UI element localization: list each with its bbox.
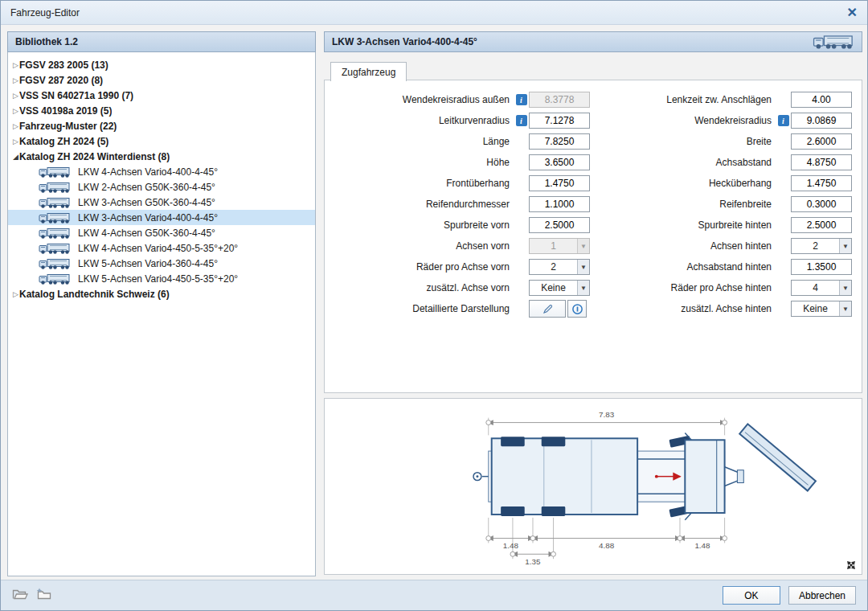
tree-item-katalog-zh-2024[interactable]: ▷ Katalog ZH 2024 (5) (8, 133, 315, 149)
tree-item-label: LKW 3-Achsen G50K-360-4-45° (78, 197, 215, 208)
zusaetzl-achse-hinten-select[interactable]: Keine ▼ (791, 301, 852, 317)
zusaetzl-achse-vorn-select[interactable]: Keine ▼ (529, 280, 590, 296)
title-bar[interactable]: Fahrzeug-Editor ✕ (1, 1, 867, 25)
reifenbreite-input[interactable] (791, 196, 852, 212)
tree-item-label: LKW 4-Achsen Vario4-400-4-45° (78, 166, 218, 178)
achsen-hinten-select[interactable]: 2 ▼ (791, 238, 852, 254)
chevron-down-icon[interactable]: ▼ (577, 260, 589, 274)
chevron-right-icon[interactable]: ▷ (8, 92, 19, 100)
chevron-down-icon[interactable]: ▼ (839, 239, 851, 253)
tree-item-label: LKW 4-Achsen G50K-360-4-45° (78, 228, 215, 239)
tree-item-katalog-landtechnik[interactable]: ▷ Katalog Landtechnik Schweiz (6) (8, 286, 315, 301)
tree-item-fgsv-287[interactable]: ▷ FGSV 287 2020 (8) (8, 72, 315, 88)
edit-detail-button[interactable] (529, 300, 566, 318)
tree-item-vehicle[interactable]: LKW 5-Achsen Vario4-450-5-35°+20° (8, 271, 315, 286)
field-achsabstand-hinten: Achsabstand hinten (590, 259, 852, 275)
select-value: Keine (530, 281, 577, 295)
detail-info-button[interactable] (567, 300, 587, 318)
chevron-down-icon[interactable]: ▼ (839, 281, 851, 295)
tree-item-label: LKW 3-Achsen Vario4-400-4-45° (78, 212, 218, 223)
leitkurvenradius-input[interactable] (529, 113, 590, 129)
truck-icon (39, 182, 71, 193)
close-icon[interactable]: ✕ (847, 6, 858, 19)
field-reifendurchmesser: Reifendurchmesser (328, 196, 590, 212)
field-label: Hecküberhang (590, 178, 776, 189)
chevron-right-icon[interactable]: ▷ (8, 107, 19, 115)
info-icon[interactable]: i (516, 94, 527, 105)
heckueberhang-input[interactable] (791, 175, 852, 191)
chevron-right-icon[interactable]: ▷ (8, 122, 19, 130)
chevron-right-icon[interactable]: ▷ (8, 61, 19, 69)
info-icon[interactable]: i (778, 115, 789, 126)
field-spurbreite-hinten: Spurbreite hinten (590, 217, 852, 233)
raeder-pro-achse-vorn-select[interactable]: 2 ▼ (529, 259, 590, 275)
info-icon[interactable]: i (516, 115, 527, 126)
cancel-button[interactable]: Abbrechen (788, 586, 856, 605)
dim-front-overhang-label: 1.48 (694, 541, 710, 550)
achsabstand-input[interactable] (791, 154, 852, 170)
chevron-right-icon[interactable]: ▷ (8, 76, 19, 84)
truck-icon (39, 197, 71, 208)
folder-add-icon[interactable] (36, 588, 52, 603)
raeder-pro-achse-hinten-select[interactable]: 4 ▼ (791, 280, 852, 296)
field-label: zusätzl. Achse vorn (328, 282, 514, 293)
tree-item-fgsv-283[interactable]: ▷ FGSV 283 2005 (13) (8, 57, 315, 72)
field-label: Höhe (328, 157, 514, 168)
achsabstand-hinten-input[interactable] (791, 259, 852, 275)
wendekreisradius-input[interactable] (791, 113, 852, 129)
spurbreite-hinten-input[interactable] (791, 217, 852, 233)
chevron-down-icon[interactable]: ▼ (839, 301, 851, 316)
field-lenkzeit: Lenkzeit zw. Anschlägen (590, 92, 852, 108)
pen-icon (542, 303, 554, 315)
resize-preview-icon[interactable] (845, 560, 857, 571)
lenkzeit-input[interactable] (791, 92, 852, 108)
tree-item-vehicle-selected[interactable]: LKW 3-Achsen Vario4-400-4-45° (8, 210, 315, 225)
breite-input[interactable] (791, 133, 852, 150)
folder-open-icon[interactable] (12, 588, 28, 603)
field-label: Länge (328, 136, 514, 147)
tree-item-label: LKW 5-Achsen Vario4-360-4-45° (78, 258, 218, 269)
achsen-vorn-select: 1 ▼ (529, 238, 590, 254)
tree-item-fahrzeug-muster[interactable]: ▷ Fahrzeug-Muster (22) (8, 118, 315, 133)
field-zusaetzl-achse-vorn: zusätzl. Achse vorn Keine ▼ (328, 280, 590, 296)
tree-item-vehicle[interactable]: LKW 3-Achsen G50K-360-4-45° (8, 195, 315, 210)
circle-bar-icon (571, 303, 583, 315)
form-column-right: Lenkzeit zw. Anschlägen Wendekreisradius… (590, 92, 852, 322)
tree-item-vehicle[interactable]: LKW 4-Achsen Vario4-400-4-45° (8, 164, 315, 179)
frontueberhang-input[interactable] (529, 175, 590, 191)
tree-item-vss-640271a[interactable]: ▷ VSS SN 640271a 1990 (7) (8, 88, 315, 103)
vehicle-panel-header: LKW 3-Achsen Vario4-400-4-45° (324, 31, 862, 52)
chevron-down-icon[interactable]: ▼ (577, 281, 589, 295)
hoehe-input[interactable] (529, 154, 590, 170)
tab-zugfahrzeug[interactable]: Zugfahrzeug (330, 62, 407, 81)
ok-button[interactable]: OK (723, 586, 780, 605)
field-label: Breite (590, 136, 776, 147)
truck-icon (39, 243, 71, 254)
chevron-right-icon[interactable]: ▷ (8, 137, 19, 146)
tree-item-vehicle[interactable]: LKW 5-Achsen Vario4-360-4-45° (8, 256, 315, 271)
tree-item-katalog-zh-winterdienst[interactable]: ◢ Katalog ZH 2024 Winterdienst (8) (8, 149, 315, 164)
form-column-left: Wendekreisradius außen i Leitkurvenradiu… (328, 92, 590, 322)
library-tree[interactable]: ▷ FGSV 283 2005 (13) ▷ FGSV 287 2020 (8)… (7, 52, 316, 576)
field-label: Wendekreisradius (590, 115, 776, 126)
tree-item-label: Katalog ZH 2024 (5) (19, 136, 108, 147)
tree-item-vehicle[interactable]: LKW 4-Achsen G50K-360-4-45° (8, 225, 315, 240)
tree-item-vehicle[interactable]: LKW 4-Achsen Vario4-450-5-35°+20° (8, 240, 315, 256)
tree-item-label: LKW 4-Achsen Vario4-450-5-35°+20° (78, 243, 238, 254)
field-label: Achsen hinten (590, 240, 776, 252)
reifendurchmesser-input[interactable] (529, 196, 590, 212)
chevron-expanded-icon[interactable]: ◢ (8, 153, 19, 161)
tree-item-label: LKW 5-Achsen Vario4-450-5-35°+20° (78, 273, 238, 285)
tree-item-label: VSS 40198a 2019 (5) (19, 105, 112, 117)
tree-item-vehicle[interactable]: LKW 2-Achsen G50K-360-4-45° (8, 179, 315, 195)
laenge-input[interactable] (529, 133, 590, 150)
spurbreite-vorn-input[interactable] (529, 217, 590, 233)
field-label: Detaillierte Darstellung (328, 303, 514, 314)
truck-icon (813, 35, 854, 49)
field-label: Frontüberhang (328, 178, 514, 189)
chevron-right-icon[interactable]: ▷ (8, 290, 19, 298)
dim-wheelbase-label: 4.88 (599, 541, 615, 550)
tree-item-vss-40198a[interactable]: ▷ VSS 40198a 2019 (5) (8, 103, 315, 118)
tree-item-label: FGSV 287 2020 (8) (19, 75, 103, 86)
field-label: zusätzl. Achse hinten (590, 303, 776, 314)
